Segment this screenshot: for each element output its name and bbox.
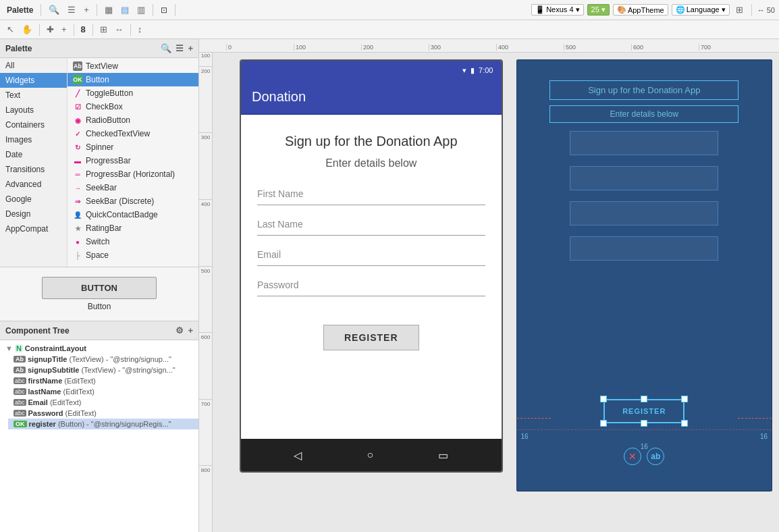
grid-icon[interactable]: ▦ [102,3,115,16]
phone-email[interactable] [257,244,485,266]
palette-add-icon[interactable]: + [188,43,193,53]
handle-tr[interactable] [681,396,688,402]
phone-firstname[interactable] [257,183,485,205]
palette-quickcontact[interactable]: 👤 QuickContactBadge [68,208,198,221]
cat-widgets[interactable]: Widgets [0,73,67,88]
bp-edit-btn[interactable]: ab [647,448,664,465]
tree-register[interactable]: OK register (Button) - "@string/signupRe… [8,419,198,429]
toggle-label: ToggleButton [86,88,133,98]
firstname-label: firstName (EditText) [28,377,96,385]
space-label: Space [86,250,109,260]
sep1 [41,4,41,16]
add-icon[interactable]: + [59,23,70,36]
palette-seekbar[interactable]: → SeekBar [68,181,198,194]
rating-icon: ★ [73,223,82,233]
handle-br[interactable] [681,420,688,427]
layout-icon[interactable]: + [81,3,92,16]
layout-toggle-icon[interactable]: ⊞ [733,3,746,16]
cat-date[interactable]: Date [0,147,67,162]
bp-ruler-right: 16 [760,433,768,440]
cat-images[interactable]: Images [0,132,67,147]
phone-signup-title: Sign up for the Donation App [257,134,485,149]
palette-space[interactable]: ├ Space [68,248,198,262]
bp-line-left [517,418,551,419]
list-icon[interactable]: ▤ [118,3,132,16]
cat-all[interactable]: All [0,58,67,73]
preview-label: Button [88,302,111,311]
handle-bc[interactable] [641,420,647,427]
phone-lastname[interactable] [257,213,485,236]
nexus-dropdown[interactable]: 📱 Nexus 4 ▾ [531,4,583,16]
api-dropdown[interactable]: 25 ▾ [587,4,610,16]
back-icon[interactable]: ◁ [294,449,302,462]
tree-nl-icon: N [15,344,23,352]
recent-icon[interactable]: ▭ [438,449,448,462]
progress-icon: ▬ [73,156,82,165]
tree-lastname[interactable]: abc lastName (EditText) [8,386,198,397]
palette-progressbar[interactable]: ▬ ProgressBar [68,154,198,167]
second-toolbar: ↖ ✋ ✚ + 8 ⊞ ↔ ↕ [0,20,779,39]
phone-password[interactable] [257,274,485,296]
tree-constraintlayout[interactable]: ▼ N ConstraintLayout [0,343,198,354]
search-icon[interactable]: 🔍 [46,3,62,16]
palette-spinner[interactable]: ↻ Spinner [68,140,198,154]
cat-appcompat[interactable]: AppCompat [0,221,67,236]
language-dropdown[interactable]: 🌐 Language ▾ [672,4,730,16]
tree-password[interactable]: abc Password (EditText) [8,408,198,419]
preview-button[interactable]: BUTTON [42,277,157,299]
tree-email[interactable]: abc Email (EditText) [8,397,198,408]
cat-text[interactable]: Text [0,88,67,103]
palette-search-icon[interactable]: 🔍 [161,43,171,53]
cat-layouts[interactable]: Layouts [0,103,67,117]
checked-icon: ✓ [73,129,82,138]
cat-transitions[interactable]: Transitions [0,162,67,177]
pan-icon[interactable]: ✋ [19,23,35,36]
palette-seekbar-d[interactable]: ⇒ SeekBar (Discrete) [68,194,198,208]
canvas-area[interactable]: ▾ ▮ 7:00 Donation Sign up for the Donati… [213,53,779,532]
handle-tl[interactable] [600,396,607,402]
sort-icon[interactable]: ☰ [65,3,78,16]
bp-action-btns: ✕ ab [624,448,664,465]
palette-button[interactable]: OK Button [68,73,198,86]
bp-delete-btn[interactable]: ✕ [624,448,641,465]
cat-containers[interactable]: Containers [0,117,67,132]
cursor-icon[interactable]: ↖ [4,23,17,36]
handle-tc[interactable] [641,396,647,402]
tree-firstname[interactable]: abc firstName (EditText) [8,375,198,386]
margin-icon[interactable]: ↔ [112,23,126,36]
cat-design[interactable]: Design [0,207,67,221]
tree-add-icon[interactable]: + [188,325,193,336]
palette-items: Ab TextView OK Button ╱ ToggleButton ☑ C… [68,58,198,267]
phone-register-btn[interactable]: REGISTER [323,325,419,350]
spinner-icon: ↻ [73,142,82,152]
handle-bl[interactable] [600,420,607,427]
ruler-200: 200 [361,44,429,51]
height-icon[interactable]: ↕ [135,23,145,36]
palette-ratingbar[interactable]: ★ RatingBar [68,221,198,235]
align-icon[interactable]: ⊞ [97,23,110,36]
transform-icon[interactable]: ⊡ [158,4,170,16]
bp-register-container: REGISTER [603,399,684,423]
palette-checkbox[interactable]: ☑ CheckBox [68,100,198,113]
palette-radiobutton[interactable]: ◉ RadioButton [68,113,198,127]
palette-categories: All Widgets Text Layouts Containers Imag… [0,58,68,267]
tree-signup-title[interactable]: Ab signupTitle (TextView) - "@string/sig… [8,354,198,365]
theme-dropdown[interactable]: 🎨 AppTheme [613,4,668,16]
tree-gear-icon[interactable]: ⚙ [176,325,184,336]
move-icon[interactable]: ✚ [44,23,57,36]
palette-checkedtextview[interactable]: ✓ CheckedTextView [68,127,198,140]
palette-sort-icon[interactable]: ☰ [176,43,184,53]
cols-icon[interactable]: ▥ [134,3,148,16]
home-icon[interactable]: ○ [367,449,373,461]
cat-advanced[interactable]: Advanced [0,177,67,192]
bp-firstname [570,131,718,155]
right-panel: Sign up for the Donation App Enter detai… [516,59,773,491]
bp-sub-field: Enter details below [549,105,738,123]
palette-textview[interactable]: Ab TextView [68,59,198,73]
palette-switch[interactable]: ● Switch [68,235,198,248]
tree-signup-subtitle[interactable]: Ab signupSubtitle (TextView) - "@string/… [8,365,198,375]
progress-label: ProgressBar [86,156,131,165]
palette-togglebutton[interactable]: ╱ ToggleButton [68,86,198,100]
palette-progressbar-h[interactable]: ═ ProgressBar (Horizontal) [68,167,198,181]
cat-google[interactable]: Google [0,192,67,207]
